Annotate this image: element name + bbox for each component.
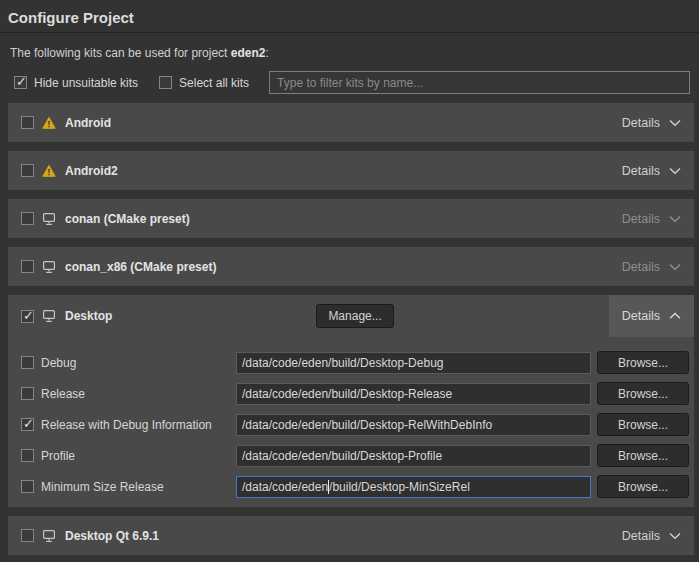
desktop-icon: [42, 212, 56, 226]
chevron-down-icon: [669, 119, 681, 127]
path-text-before-caret: /data/code/eden: [242, 480, 328, 494]
kit-checkbox[interactable]: [21, 260, 34, 273]
desktop-icon: [42, 260, 56, 274]
kit-filter-input[interactable]: [269, 71, 690, 94]
details-toggle[interactable]: Details: [609, 247, 694, 286]
kit-row-conan: conan (CMake preset) Details: [8, 199, 694, 238]
desktop-icon: [42, 529, 56, 543]
kit-row-desktop-qt-691: Desktop Qt 6.9.1 Details: [8, 516, 694, 555]
config-row-profile: Profile Browse...: [21, 444, 694, 467]
checkbox-checked-icon: [14, 76, 27, 89]
config-label: Profile: [41, 449, 75, 463]
details-label: Details: [622, 116, 660, 130]
kits-description: The following kits can be used for proje…: [10, 46, 689, 60]
details-label: Details: [622, 212, 660, 226]
config-row-minsizerel: Minimum Size Release /data/code/eden/bui…: [21, 475, 694, 498]
config-left: Debug: [21, 356, 236, 370]
kit-name: Desktop: [65, 309, 112, 323]
kits-description-suffix: :: [265, 46, 268, 60]
build-dir-input[interactable]: [236, 383, 591, 405]
details-toggle[interactable]: Details: [609, 151, 694, 190]
config-row-relwithdebinfo: Release with Debug Information Browse...: [21, 413, 694, 436]
details-toggle[interactable]: Details: [609, 103, 694, 142]
details-toggle[interactable]: Details: [609, 199, 694, 238]
kit-checkbox[interactable]: [21, 310, 34, 323]
config-checkbox[interactable]: [21, 449, 34, 462]
details-toggle[interactable]: Details: [609, 516, 694, 555]
hide-unsuitable-kits-label: Hide unsuitable kits: [34, 76, 138, 90]
kit-list: Android Details Android2 Details c: [8, 103, 694, 555]
warning-icon: [42, 116, 56, 130]
build-dir-input-focused[interactable]: /data/code/eden/build/Desktop-MinSizeRel: [236, 476, 591, 498]
browse-button[interactable]: Browse...: [597, 413, 689, 436]
kit-row-android2: Android2 Details: [8, 151, 694, 190]
warning-icon: [42, 164, 56, 178]
config-left: Release with Debug Information: [21, 418, 236, 432]
config-checkbox[interactable]: [21, 418, 34, 431]
build-dir-input[interactable]: [236, 352, 591, 374]
kit-section-desktop: Desktop Details Manage... Debug Browse..…: [8, 295, 694, 507]
config-checkbox[interactable]: [21, 480, 34, 493]
manage-button[interactable]: Manage...: [316, 304, 394, 328]
browse-button[interactable]: Browse...: [597, 444, 689, 467]
config-label: Release with Debug Information: [41, 418, 212, 432]
details-label: Details: [622, 164, 660, 178]
chevron-up-icon: [669, 312, 681, 320]
config-checkbox[interactable]: [21, 387, 34, 400]
kit-name: Android: [65, 116, 111, 130]
kit-checkbox[interactable]: [21, 116, 34, 129]
kit-checkbox[interactable]: [21, 164, 34, 177]
kit-name: conan_x86 (CMake preset): [65, 260, 216, 274]
kit-row-android: Android Details: [8, 103, 694, 142]
kit-name: Android2: [65, 164, 118, 178]
project-name: eden2: [231, 46, 266, 60]
kit-row-conan-x86: conan_x86 (CMake preset) Details: [8, 247, 694, 286]
kit-row-desktop: Desktop Details Manage...: [8, 295, 694, 337]
chevron-down-icon: [669, 215, 681, 223]
config-checkbox[interactable]: [21, 356, 34, 369]
chevron-down-icon: [669, 167, 681, 175]
config-row-release: Release Browse...: [21, 382, 694, 405]
chevron-down-icon: [669, 532, 681, 540]
config-left: Minimum Size Release: [21, 480, 236, 494]
desktop-icon: [42, 309, 56, 323]
config-label: Debug: [41, 356, 76, 370]
chevron-down-icon: [669, 263, 681, 271]
select-all-kits-label: Select all kits: [179, 76, 249, 90]
configure-project-page: Configure Project The following kits can…: [0, 0, 699, 562]
select-all-kits-checkbox[interactable]: Select all kits: [159, 76, 249, 90]
details-label: Details: [622, 529, 660, 543]
config-row-debug: Debug Browse...: [21, 351, 694, 374]
filter-row: Hide unsuitable kits Select all kits: [14, 71, 690, 94]
build-dir-input[interactable]: [236, 414, 591, 436]
details-toggle[interactable]: Details: [609, 295, 694, 337]
kit-checkbox[interactable]: [21, 529, 34, 542]
checkbox-unchecked-icon: [159, 76, 172, 89]
hide-unsuitable-kits-checkbox[interactable]: Hide unsuitable kits: [14, 76, 138, 90]
path-text-after-caret: /build/Desktop-MinSizeRel: [329, 480, 470, 494]
details-label: Details: [622, 309, 660, 323]
kit-checkbox[interactable]: [21, 212, 34, 225]
build-dir-input[interactable]: [236, 445, 591, 467]
config-left: Profile: [21, 449, 236, 463]
details-label: Details: [622, 260, 660, 274]
browse-button[interactable]: Browse...: [597, 351, 689, 374]
page-title: Configure Project: [0, 0, 699, 32]
browse-button[interactable]: Browse...: [597, 382, 689, 405]
config-left: Release: [21, 387, 236, 401]
config-label: Minimum Size Release: [41, 480, 164, 494]
config-label: Release: [41, 387, 85, 401]
browse-button[interactable]: Browse...: [597, 475, 689, 498]
kit-name: Desktop Qt 6.9.1: [65, 529, 159, 543]
kits-description-prefix: The following kits can be used for proje…: [10, 46, 231, 60]
kit-name: conan (CMake preset): [65, 212, 190, 226]
title-divider: [0, 32, 699, 33]
